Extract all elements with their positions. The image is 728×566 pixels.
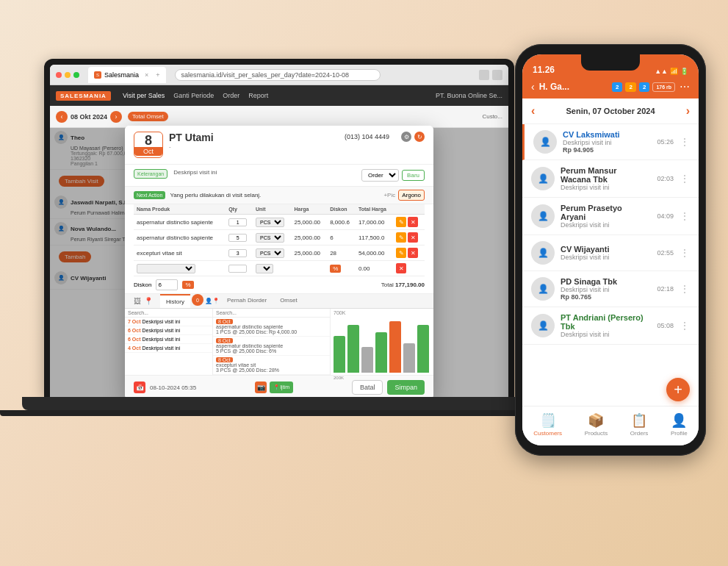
visit-item-2[interactable]: 👤 Perum Mansur Wacana Tbk Deskripsi visi… [522,160,699,198]
visit-menu-1[interactable]: ⋮ [680,136,690,148]
visit-item-3[interactable]: 👤 Perum Prasetyo Aryani Deskripsi visit … [522,198,699,235]
tab-count[interactable]: 0 [192,294,203,306]
history-item-2[interactable]: 6 Oct Deskripsi visit ini [125,326,212,335]
nav-item-order[interactable]: Order [223,92,239,99]
visit-menu-4[interactable]: ⋮ [680,247,690,259]
history-item-1[interactable]: 7 Oct Deskripsi visit ini [125,318,212,326]
unit-select-3[interactable]: PCS [256,248,284,258]
unit-select-empty[interactable] [256,264,273,273]
bottom-nav-customers[interactable]: 🗒️ Customers [533,412,562,437]
next-action-field[interactable]: Argono [398,190,425,201]
browser-dot-green[interactable] [73,72,79,78]
phone-badge-2: 2 [625,82,635,92]
qty-input-3[interactable] [228,249,247,257]
modal-company-name: PT Utami [169,132,345,143]
modal-title-area: PT Utami - [169,132,345,150]
order-search-input[interactable] [213,309,330,318]
fab-add-button[interactable]: + [666,378,690,401]
phone-more-btn[interactable]: ⋯ [680,81,690,93]
date-prev-btn[interactable]: ‹ [56,111,68,123]
top-nav: SALESMANIA Visit per Sales Ganti Periode… [50,85,508,106]
bar-3 [361,347,373,373]
del-btn-1[interactable]: ✕ [408,217,418,227]
browser-actions [479,70,502,80]
diskon-persen-btn[interactable]: % [182,281,193,289]
visit-menu-5[interactable]: ⋮ [680,283,690,295]
visit-item-4[interactable]: 👤 CV Wijayanti Deskripsi visit ini 02:55… [522,235,699,271]
browser-menu-btn[interactable] [492,70,502,80]
visit-time-3: 04:09 [652,212,674,220]
visit-menu-6[interactable]: ⋮ [680,320,690,332]
qty-input-2[interactable] [228,234,247,242]
nav-item-periode[interactable]: Ganti Periode [173,92,214,99]
browser-new-tab[interactable]: + [156,71,159,79]
bottom-nav-products[interactable]: 📦 Products [585,412,608,437]
total-1: 17,000.00 [356,215,393,230]
orders-label: Orders [630,430,648,437]
visit-desc-6: Deskripsi visit ini [561,331,646,338]
products-label: Products [585,430,608,437]
phone-back-btn[interactable]: ‹ [531,81,535,93]
visit-amount-5: Rp 80.765 [561,293,646,301]
del-btn-empty[interactable]: ✕ [396,263,406,273]
footer-camera-icon[interactable]: 📷 [255,381,267,393]
unit-select-2[interactable]: PCS [256,233,284,243]
tab-pernah-diorder[interactable]: Pernah Diorder [221,294,273,308]
qty-input-empty[interactable] [228,265,247,273]
laptop: S Salesmania × + salesmania.id/visit_per… [44,59,514,441]
footer-map-icon[interactable]: 📍Ijtim [270,381,293,393]
batal-button[interactable]: Batal [352,380,383,395]
edit-btn-3[interactable]: ✎ [396,248,406,258]
footer-calendar-icon[interactable]: 📅 [134,381,145,393]
browser-dot-red[interactable] [56,72,62,78]
phone-date-prev[interactable]: ‹ [531,104,535,118]
history-item-3[interactable]: 6 Oct Deskripsi visit ini [125,335,212,344]
tab-icon-img[interactable]: 🖼 [134,297,141,305]
visit-desc-3: Deskripsi visit ini [561,221,646,229]
visit-menu-2[interactable]: ⋮ [680,173,690,185]
order-select[interactable]: Order [361,169,399,182]
keterangan-text[interactable]: Deskripsi visit ini [173,169,356,176]
history-search-input[interactable] [125,309,212,318]
browser-tab-close[interactable]: × [145,71,148,79]
phone-badge-1: 2 [612,82,622,92]
bottom-nav-orders[interactable]: 📋 Orders [630,412,648,437]
edit-btn-2[interactable]: ✎ [396,232,406,243]
browser-dot-yellow[interactable] [65,72,71,78]
tab-omset[interactable]: Omset [274,294,303,308]
tab-history[interactable]: History [160,294,190,308]
tab-icon-map[interactable]: 📍 [144,297,153,305]
qty-input-1[interactable] [228,218,247,226]
del-btn-2[interactable]: ✕ [408,232,418,243]
order-item-1[interactable]: 8 Oct aspernatur distinctio sapiente 1 P… [213,318,330,337]
persen-btn-empty[interactable]: % [330,265,341,273]
nav-item-report[interactable]: Report [248,92,268,99]
visit-info-2: Perum Mansur Wacana Tbk Deskripsi visit … [561,166,646,191]
diskon-1: 8,000.6 [327,215,356,230]
del-btn-3[interactable]: ✕ [408,248,418,258]
modal-phone: (013) 104 4449 [345,133,389,140]
browser-tab[interactable]: S Salesmania × + [88,67,166,83]
diskon-input[interactable] [156,279,178,290]
col-nama-produk: Nama Produk [134,204,226,215]
modal-settings-icon[interactable]: ⚙ [401,132,411,142]
unit-select-1[interactable]: PCS [256,218,284,227]
date-next-btn[interactable]: › [110,111,122,123]
history-item-4[interactable]: 4 Oct Deskripsi visit ini [125,344,212,353]
modal-close-icon[interactable]: ↻ [414,132,425,142]
visit-item-6[interactable]: 👤 PT Andriani (Persero) Tbk Deskripsi vi… [522,307,699,345]
browser-address-bar[interactable]: salesmania.id/visit_per_sales_per_day?da… [175,69,381,81]
order-item-2[interactable]: 8 Oct aspernatur distinctio sapiente 5 P… [213,337,330,356]
product-select-empty[interactable] [137,264,195,273]
bottom-nav-profile[interactable]: 👤 Profile [671,412,688,437]
edit-btn-1[interactable]: ✎ [396,217,406,227]
visit-menu-3[interactable]: ⋮ [680,210,690,222]
visit-item-5[interactable]: 👤 PD Sinaga Tbk Deskripsi visit ini Rp 8… [522,271,699,307]
simpan-button[interactable]: Simpan [387,380,425,395]
visit-item-1[interactable]: 👤 CV Laksmiwati Deskripsi visit ini Rp 9… [522,124,699,160]
order-item-3[interactable]: 8 Oct excepturi vitae sit 3 PCS @ 25,000… [213,356,330,375]
nav-item-visit[interactable]: Visit per Sales [123,92,165,99]
keterangan-right: Order Baru [361,169,425,182]
browser-star-btn[interactable] [479,70,489,80]
phone-date-next[interactable]: › [686,104,690,118]
